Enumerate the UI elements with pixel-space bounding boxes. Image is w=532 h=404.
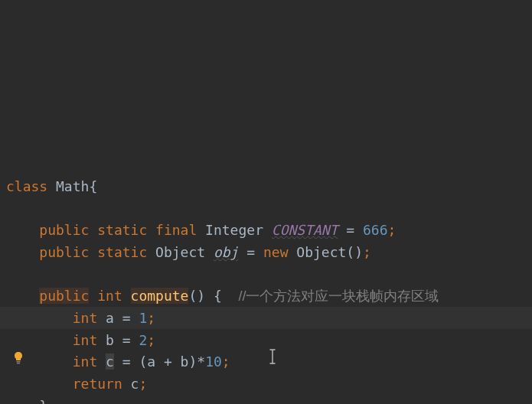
token-semi: ; bbox=[363, 244, 371, 260]
intention-bulb-icon[interactable] bbox=[14, 308, 23, 321]
token-kw: public bbox=[39, 244, 97, 260]
token-kw: return bbox=[73, 376, 131, 392]
token-kw: int bbox=[73, 354, 106, 370]
token-cls: Math bbox=[56, 178, 89, 194]
token-kw: int bbox=[73, 310, 106, 326]
code-line[interactable]: int a = 1; bbox=[6, 308, 532, 330]
token-kw: public bbox=[39, 222, 97, 238]
code-line[interactable]: public int compute() { //一个方法对应一块栈帧内存区域 bbox=[6, 285, 532, 308]
token-kw: new bbox=[263, 244, 296, 260]
token-com: //一个方法对应一块栈帧内存区域 bbox=[238, 288, 439, 304]
code-line[interactable]: class Math{ bbox=[6, 176, 532, 198]
token-kw: class bbox=[6, 178, 56, 194]
token-num: 666 bbox=[363, 222, 388, 238]
token-ident: c bbox=[131, 376, 139, 392]
token-type: Object bbox=[296, 244, 346, 260]
token-kw: final bbox=[155, 222, 205, 238]
token-num: 10 bbox=[205, 354, 222, 370]
token-static-it: CONSTANT bbox=[272, 222, 338, 238]
code-line[interactable]: return c; bbox=[6, 373, 532, 396]
token-punc: { bbox=[89, 178, 97, 194]
token-type: Object bbox=[155, 244, 214, 260]
token-semi: ; bbox=[139, 376, 147, 392]
code-line[interactable]: int c = (a + b)*10; bbox=[6, 351, 532, 373]
token-op: = bbox=[238, 244, 263, 260]
token-punc: () { bbox=[188, 288, 238, 304]
token-op: = bbox=[338, 222, 364, 238]
code-line[interactable] bbox=[6, 197, 532, 220]
svg-rect-0 bbox=[17, 361, 21, 362]
code-line[interactable]: } bbox=[6, 396, 532, 404]
token-ident: b = bbox=[106, 332, 139, 348]
code-line[interactable] bbox=[6, 263, 532, 285]
token-kw: public bbox=[39, 288, 89, 304]
svg-rect-1 bbox=[17, 363, 20, 363]
token-fn: compute bbox=[131, 288, 189, 304]
token-ident: = (a + b)* bbox=[114, 354, 205, 370]
token-kw: static bbox=[97, 244, 155, 260]
token-punc: () bbox=[346, 244, 363, 260]
token-num: 2 bbox=[139, 332, 147, 348]
token-ident: a = bbox=[106, 310, 139, 326]
token-kw: int bbox=[97, 288, 130, 304]
code-editor[interactable]: class Math{ public static final Integer … bbox=[0, 0, 532, 404]
token-kw: int bbox=[73, 332, 106, 348]
token-semi: ; bbox=[147, 332, 155, 348]
token-param-it: obj bbox=[214, 244, 239, 260]
code-line[interactable]: public static Object obj = new Object(); bbox=[6, 242, 532, 264]
token-kw: static bbox=[97, 222, 155, 238]
token-ident: c bbox=[106, 354, 114, 370]
token-semi: ; bbox=[388, 222, 397, 238]
token-num: 1 bbox=[139, 310, 147, 326]
token-semi: ; bbox=[147, 310, 155, 326]
token-op bbox=[89, 288, 97, 304]
token-punc: } bbox=[39, 398, 47, 404]
token-type: Integer bbox=[205, 222, 272, 238]
code-line[interactable]: int b = 2; bbox=[6, 330, 532, 352]
code-content[interactable]: class Math{ public static final Integer … bbox=[6, 176, 532, 404]
code-line[interactable]: public static final Integer CONSTANT = 6… bbox=[6, 220, 532, 242]
token-semi: ; bbox=[222, 354, 230, 370]
